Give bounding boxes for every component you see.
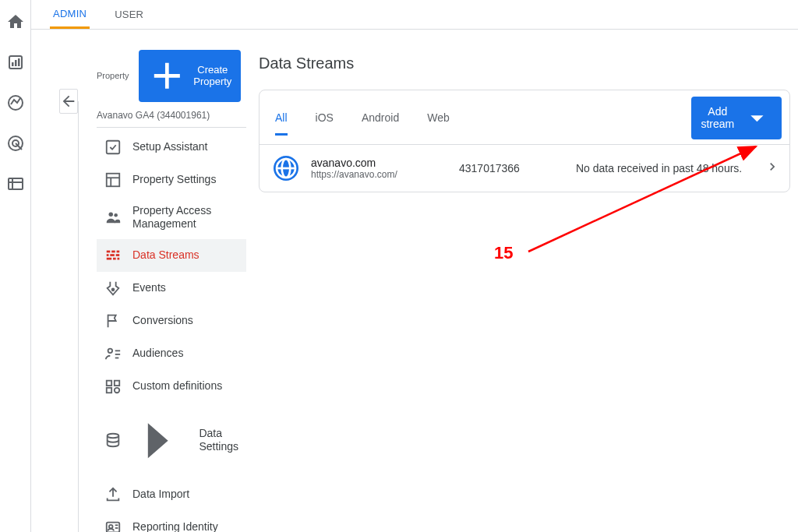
menu-label: Property Access Management xyxy=(132,204,238,231)
svg-rect-23 xyxy=(113,257,116,259)
svg-rect-10 xyxy=(107,140,120,153)
left-icon-rail xyxy=(0,0,31,532)
stream-name-column: avanavo.com https://avanavo.com/ xyxy=(311,157,459,180)
menu-property-access[interactable]: Property Access Management xyxy=(97,196,246,239)
property-menu: Setup Assistant Property Settings Proper… xyxy=(97,131,246,532)
tab-admin[interactable]: ADMIN xyxy=(50,0,90,29)
add-stream-button[interactable]: Add stream xyxy=(691,97,782,139)
menu-label: Data Settings xyxy=(199,427,238,454)
card-header: All iOS Android Web Add stream xyxy=(260,90,789,145)
caret-down-icon xyxy=(742,103,772,133)
create-property-button[interactable]: Create Property xyxy=(139,50,242,102)
menu-data-settings[interactable]: Data Settings xyxy=(97,403,246,478)
menu-label: Data Streams xyxy=(132,248,200,262)
property-name[interactable]: Avanavo GA4 (344001961) xyxy=(97,110,246,128)
configure-icon[interactable] xyxy=(6,174,25,193)
stream-status: No data received in past 48 hours. xyxy=(576,162,764,174)
stream-url: https://avanavo.com/ xyxy=(311,169,459,180)
filter-tab-all[interactable]: All xyxy=(275,100,288,136)
menu-setup-assistant[interactable]: Setup Assistant xyxy=(97,131,246,164)
svg-rect-19 xyxy=(107,254,109,256)
create-property-label: Create Property xyxy=(193,64,231,87)
sidebar: Property Create Property Avanavo GA4 (34… xyxy=(59,44,246,532)
reports-icon[interactable] xyxy=(6,53,25,72)
menu-label: Setup Assistant xyxy=(132,140,208,154)
menu-events[interactable]: Events xyxy=(97,272,246,305)
menu-audiences[interactable]: Audiences xyxy=(97,337,246,370)
data-streams-card: All iOS Android Web Add stream avanavo.c… xyxy=(259,90,790,192)
svg-rect-31 xyxy=(115,380,119,385)
tab-user[interactable]: USER xyxy=(111,0,147,29)
filter-tabs: All iOS Android Web xyxy=(275,100,450,136)
flag-icon xyxy=(104,312,122,329)
add-stream-label: Add stream xyxy=(701,105,734,130)
svg-point-15 xyxy=(114,213,118,217)
web-platform-icon xyxy=(274,156,298,181)
stream-id: 4317017366 xyxy=(459,162,576,174)
filter-tab-web[interactable]: Web xyxy=(427,100,450,136)
svg-rect-22 xyxy=(107,257,111,259)
audiences-icon xyxy=(104,345,122,362)
svg-rect-7 xyxy=(9,178,23,189)
filter-tab-android[interactable]: Android xyxy=(362,100,399,136)
svg-rect-17 xyxy=(111,250,115,252)
svg-point-25 xyxy=(112,288,115,291)
menu-reporting-identity[interactable]: Reporting Identity xyxy=(97,511,246,532)
property-label: Property xyxy=(97,71,129,80)
back-button[interactable] xyxy=(59,89,78,114)
top-tabs: ADMIN USER xyxy=(31,0,798,30)
plus-icon xyxy=(145,54,189,98)
menu-custom-definitions[interactable]: Custom definitions xyxy=(97,370,246,403)
menu-label: Reporting Identity xyxy=(132,520,218,532)
svg-rect-11 xyxy=(107,173,120,186)
menu-data-streams[interactable]: Data Streams xyxy=(97,239,246,272)
svg-rect-16 xyxy=(107,250,111,252)
svg-point-4 xyxy=(9,96,23,110)
menu-data-import[interactable]: Data Import xyxy=(97,478,246,511)
menu-label: Data Import xyxy=(132,488,189,502)
svg-point-14 xyxy=(109,213,114,217)
chevron-right-icon xyxy=(764,159,780,177)
svg-rect-32 xyxy=(107,387,111,392)
svg-rect-3 xyxy=(18,58,20,66)
svg-rect-21 xyxy=(116,254,120,256)
data-streams-icon xyxy=(104,247,122,264)
custom-def-icon xyxy=(104,378,122,395)
caret-right-icon xyxy=(128,410,188,470)
svg-point-34 xyxy=(108,434,119,439)
people-icon xyxy=(104,209,122,226)
svg-rect-2 xyxy=(15,60,17,66)
menu-label: Events xyxy=(132,281,166,295)
menu-property-settings[interactable]: Property Settings xyxy=(97,164,246,196)
annotation-number: 15 xyxy=(494,243,513,263)
svg-point-26 xyxy=(108,348,113,353)
svg-rect-24 xyxy=(118,257,120,259)
menu-label: Property Settings xyxy=(132,173,216,187)
stream-row[interactable]: avanavo.com https://avanavo.com/ 4317017… xyxy=(260,145,789,192)
advertising-icon[interactable] xyxy=(6,134,25,153)
svg-rect-20 xyxy=(110,254,115,256)
explore-icon[interactable] xyxy=(6,93,25,112)
home-icon[interactable] xyxy=(6,12,25,31)
data-settings-icon xyxy=(104,432,122,449)
menu-conversions[interactable]: Conversions xyxy=(97,305,246,337)
page-title: Data Streams xyxy=(259,55,790,72)
svg-rect-18 xyxy=(117,250,120,252)
svg-rect-30 xyxy=(107,380,111,385)
layout-icon xyxy=(104,171,122,188)
main-content: Data Streams All iOS Android Web Add str… xyxy=(259,55,790,192)
stream-name: avanavo.com xyxy=(311,157,459,169)
menu-label: Conversions xyxy=(132,314,193,328)
check-square-icon xyxy=(104,139,122,156)
identity-icon xyxy=(104,519,122,532)
svg-rect-1 xyxy=(12,62,14,66)
events-icon xyxy=(104,280,122,297)
filter-tab-ios[interactable]: iOS xyxy=(316,100,334,136)
menu-label: Custom definitions xyxy=(132,379,222,393)
upload-icon xyxy=(104,486,122,503)
menu-label: Audiences xyxy=(132,347,183,361)
svg-point-33 xyxy=(115,387,119,392)
svg-point-36 xyxy=(109,525,113,529)
